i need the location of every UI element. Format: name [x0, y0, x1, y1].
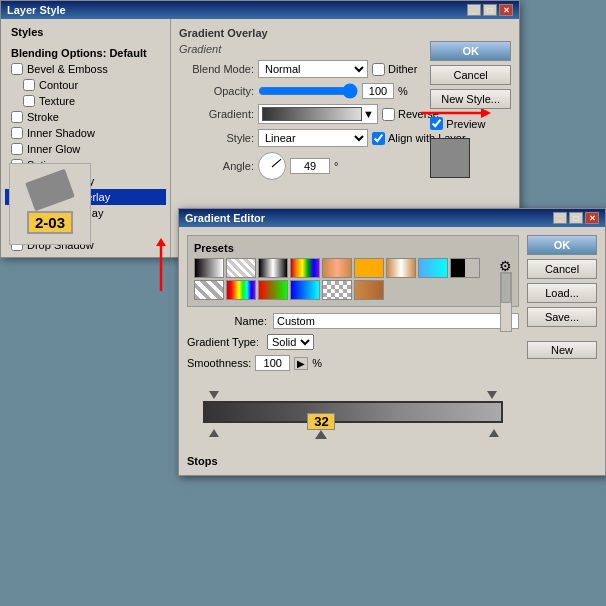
presets-scrollbar[interactable] — [500, 272, 512, 332]
stops-label: Stops — [187, 455, 218, 467]
angle-deg: ° — [334, 160, 338, 172]
top-stop-left[interactable] — [209, 391, 219, 399]
ok-button[interactable]: OK — [430, 41, 511, 61]
gradient-editor-title: Gradient Editor — [185, 212, 265, 224]
stop-left-group — [209, 429, 219, 437]
innershadow-label: Inner Shadow — [27, 127, 95, 139]
ge-load-button[interactable]: Load... — [527, 283, 597, 303]
gradient-bar[interactable] — [203, 401, 503, 423]
blend-mode-select[interactable]: Normal — [258, 60, 368, 78]
sidebar: Styles Blending Options: Default Bevel &… — [1, 19, 171, 257]
opacity-slider[interactable] — [258, 83, 358, 99]
preview-label: Preview — [430, 117, 511, 130]
preset-orange[interactable] — [354, 258, 384, 278]
ge-ok-button[interactable]: OK — [527, 235, 597, 255]
sidebar-item-blending[interactable]: Blending Options: Default — [5, 45, 166, 61]
gradient-type-select[interactable]: Solid — [267, 334, 314, 350]
preset-brown[interactable] — [354, 280, 384, 300]
gradient-editor-title-bar: Gradient Editor _ □ ✕ — [179, 209, 605, 227]
preset-copper1[interactable] — [322, 258, 352, 278]
gradient-editor-body: Presets — [179, 227, 605, 475]
texture-label: Texture — [39, 95, 75, 107]
opacity-label: Opacity: — [179, 85, 254, 97]
preset-transparent[interactable] — [226, 258, 256, 278]
presets-label: Presets — [194, 242, 512, 254]
ge-new-button[interactable]: New — [527, 341, 597, 359]
name-input[interactable] — [273, 313, 519, 329]
ge-cancel-button[interactable]: Cancel — [527, 259, 597, 279]
stop-value-badge[interactable]: 32 — [307, 413, 335, 430]
sidebar-item-contour[interactable]: Contour — [5, 77, 166, 93]
ge-main: Presets — [187, 235, 597, 467]
layer-style-title-bar: Layer Style _ □ ✕ — [1, 1, 519, 19]
gradient-type-label: Gradient Type: — [187, 336, 259, 348]
stop-triangle-highlight[interactable] — [315, 430, 327, 439]
opacity-value: 100 — [362, 83, 394, 99]
annotation-container: 2-03 — [9, 163, 91, 245]
innerglow-checkbox[interactable] — [11, 143, 23, 155]
bevel-checkbox[interactable] — [11, 63, 23, 75]
stop-highlight-group: 32 — [307, 413, 335, 439]
dither-checkbox[interactable] — [372, 63, 385, 76]
ge-save-button[interactable]: Save... — [527, 307, 597, 327]
preset-rainbow[interactable] — [290, 258, 320, 278]
name-row: Name: — [187, 313, 519, 329]
stop-bottom-left-triangle[interactable] — [209, 429, 219, 437]
contour-checkbox[interactable] — [23, 79, 35, 91]
style-label: Style: — [179, 132, 254, 144]
ge-title-controls: _ □ ✕ — [553, 212, 599, 224]
preset-checker[interactable] — [322, 280, 352, 300]
dither-label: Dither — [372, 63, 417, 76]
close-button[interactable]: ✕ — [499, 4, 513, 16]
smoothness-unit: % — [312, 357, 322, 369]
ge-minimize-button[interactable]: _ — [553, 212, 567, 224]
preset-rg[interactable] — [258, 280, 288, 300]
preset-full-rainbow[interactable] — [226, 280, 256, 300]
blending-label: Blending Options: Default — [11, 47, 147, 59]
ge-right-buttons: OK Cancel Load... Save... New — [527, 235, 597, 467]
gradient-bar-area: 32 — [187, 381, 519, 449]
name-label: Name: — [187, 315, 267, 327]
new-style-button[interactable]: New Style... — [430, 89, 511, 109]
smoothness-stepper[interactable]: ▶ — [294, 357, 308, 370]
reverse-checkbox[interactable] — [382, 108, 395, 121]
preset-bw[interactable] — [194, 258, 224, 278]
minimize-button[interactable]: _ — [467, 4, 481, 16]
gradient-dropdown-arrow: ▼ — [363, 108, 374, 120]
preview-checkbox[interactable] — [430, 117, 443, 130]
sidebar-item-innershadow[interactable]: Inner Shadow — [5, 125, 166, 141]
style-select[interactable]: Linear — [258, 129, 368, 147]
sidebar-item-bevel[interactable]: Bevel & Emboss — [5, 61, 166, 77]
smoothness-input[interactable] — [255, 355, 290, 371]
preset-copper2[interactable] — [386, 258, 416, 278]
contour-label: Contour — [39, 79, 78, 91]
angle-dial[interactable] — [258, 152, 286, 180]
preset-bwb[interactable] — [258, 258, 288, 278]
sidebar-item-innerglow[interactable]: Inner Glow — [5, 141, 166, 157]
ge-close-button[interactable]: ✕ — [585, 212, 599, 224]
annotation-label: 2-03 — [27, 211, 73, 234]
texture-checkbox[interactable] — [23, 95, 35, 107]
angle-label: Angle: — [179, 160, 254, 172]
gradient-type-row: Gradient Type: Solid — [187, 334, 519, 350]
sidebar-item-texture[interactable]: Texture — [5, 93, 166, 109]
sidebar-item-stroke[interactable]: Stroke — [5, 109, 166, 125]
stop-bottom-right-triangle[interactable] — [489, 429, 499, 437]
title-controls: _ □ ✕ — [467, 4, 513, 16]
maximize-button[interactable]: □ — [483, 4, 497, 16]
gradient-selector[interactable]: ▼ — [258, 104, 378, 124]
stroke-checkbox[interactable] — [11, 111, 23, 123]
preset-blue-cyan[interactable] — [418, 258, 448, 278]
angle-value[interactable]: 49 — [290, 158, 330, 174]
top-stop-right[interactable] — [487, 391, 497, 399]
cancel-button[interactable]: Cancel — [430, 65, 511, 85]
preset-bc[interactable] — [290, 280, 320, 300]
opacity-unit: % — [398, 85, 408, 97]
ge-maximize-button[interactable]: □ — [569, 212, 583, 224]
align-with-layer-checkbox[interactable] — [372, 132, 385, 145]
ge-left: Presets — [187, 235, 519, 467]
preset-half[interactable] — [450, 258, 480, 278]
preset-stripe[interactable] — [194, 280, 224, 300]
innershadow-checkbox[interactable] — [11, 127, 23, 139]
top-stops — [201, 391, 505, 401]
